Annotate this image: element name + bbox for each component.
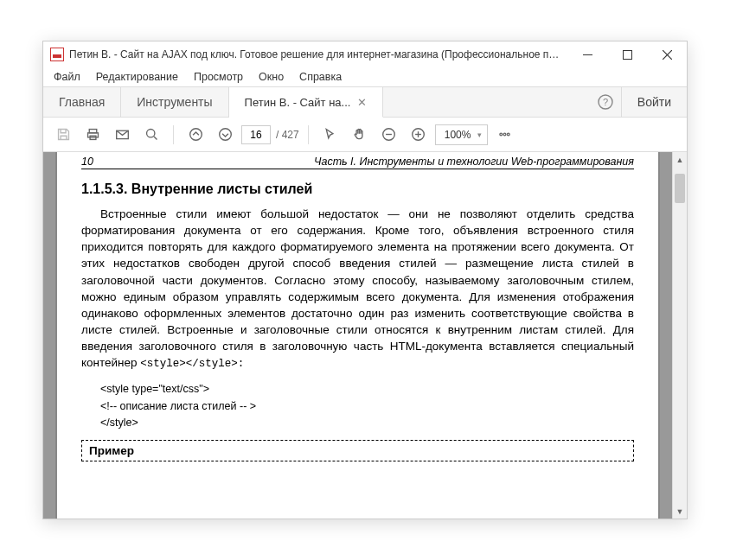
- svg-rect-1: [623, 50, 631, 59]
- page-up-button[interactable]: [182, 122, 208, 148]
- svg-point-20: [503, 133, 506, 136]
- menu-edit[interactable]: Редактирование: [89, 69, 185, 85]
- left-gutter: [43, 152, 55, 519]
- svg-text:?: ?: [603, 97, 608, 107]
- svg-point-10: [146, 130, 154, 137]
- save-button[interactable]: [50, 122, 76, 148]
- window-title: Петин В. - Сайт на AJAX под ключ. Готово…: [69, 48, 567, 60]
- zoom-in-button[interactable]: [406, 122, 432, 148]
- page-total: / 427: [276, 129, 299, 141]
- menu-file[interactable]: Файл: [47, 69, 87, 85]
- svg-line-11: [154, 137, 157, 139]
- menubar: Файл Редактирование Просмотр Окно Справк…: [43, 67, 687, 86]
- search-button[interactable]: [138, 122, 164, 148]
- document-viewport: 10 Часть I. Инструменты и технологии Web…: [43, 152, 687, 519]
- tabbar: Главная Инструменты Петин В. - Сайт на..…: [43, 86, 687, 118]
- scroll-down-button[interactable]: ▼: [673, 504, 687, 519]
- menu-help[interactable]: Справка: [292, 69, 349, 85]
- minimize-button[interactable]: [567, 41, 607, 67]
- page-number: 10: [81, 156, 93, 168]
- pdf-reader-window: Петин В. - Сайт на AJAX под ключ. Готово…: [42, 41, 688, 519]
- page-down-button[interactable]: [212, 122, 238, 148]
- tab-tools[interactable]: Инструменты: [121, 87, 228, 117]
- tab-home[interactable]: Главная: [43, 87, 121, 117]
- scroll-up-button[interactable]: ▲: [673, 152, 687, 167]
- tab-close-icon[interactable]: ✕: [357, 96, 367, 109]
- scroll-track[interactable]: [673, 167, 687, 504]
- zoom-select[interactable]: 100% ▾: [435, 124, 489, 145]
- svg-point-21: [507, 133, 509, 136]
- zoom-value: 100%: [445, 129, 471, 141]
- right-gutter: [660, 152, 672, 519]
- hand-tool-button[interactable]: [347, 122, 373, 148]
- vertical-scrollbar[interactable]: ▲ ▼: [672, 152, 687, 519]
- scroll-thumb[interactable]: [675, 174, 685, 203]
- pdf-file-icon: [50, 48, 64, 61]
- running-head: Часть I. Инструменты и технологии Web-пр…: [314, 156, 634, 168]
- section-heading: 1.1.5.3. Внутренние листы стилей: [81, 181, 634, 197]
- svg-point-12: [189, 129, 202, 141]
- svg-point-13: [219, 129, 231, 141]
- email-button[interactable]: [109, 122, 135, 148]
- login-button[interactable]: Войти: [621, 87, 687, 117]
- tab-document-label: Петин В. - Сайт на...: [245, 96, 351, 109]
- code-block: <style type="text/css"> <!-- описание ли…: [100, 381, 634, 431]
- tab-document[interactable]: Петин В. - Сайт на... ✕: [229, 87, 384, 118]
- page-navigator: / 427: [241, 125, 299, 144]
- menu-view[interactable]: Просмотр: [187, 69, 250, 85]
- pdf-page: 10 Часть I. Инструменты и технологии Web…: [57, 152, 658, 519]
- chevron-down-icon: ▾: [477, 130, 482, 139]
- menu-window[interactable]: Окно: [252, 69, 291, 85]
- example-box: Пример: [81, 440, 634, 461]
- print-button[interactable]: [80, 122, 106, 148]
- page-current-input[interactable]: [241, 125, 271, 144]
- maximize-button[interactable]: [607, 41, 647, 67]
- svg-rect-7: [87, 133, 98, 137]
- zoom-out-button[interactable]: [376, 122, 402, 148]
- titlebar: Петин В. - Сайт на AJAX под ключ. Готово…: [43, 41, 687, 67]
- body-paragraph: Встроенные стили имеют большой недостато…: [81, 206, 634, 372]
- more-tools-button[interactable]: [491, 122, 517, 148]
- select-tool-button[interactable]: [317, 122, 343, 148]
- toolbar: / 427 100% ▾: [43, 118, 687, 152]
- svg-point-19: [500, 133, 503, 136]
- close-button[interactable]: [647, 41, 687, 67]
- help-button[interactable]: ?: [590, 87, 621, 117]
